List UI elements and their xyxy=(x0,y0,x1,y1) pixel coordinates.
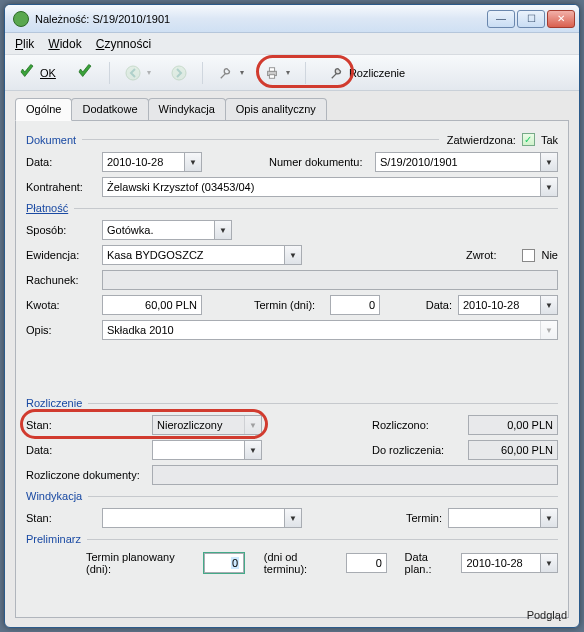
tools-icon xyxy=(218,65,234,81)
zatw-checkbox[interactable]: ✓ xyxy=(522,133,535,146)
platnosc-data-label: Data: xyxy=(426,299,452,311)
wind-stan-field[interactable]: ▼ xyxy=(102,508,302,528)
rozliczono-field: 0,00 PLN xyxy=(468,415,558,435)
section-preliminarz: Preliminarz xyxy=(26,533,558,545)
chevron-down-icon[interactable]: ▼ xyxy=(540,178,557,196)
tab-panel: Dokument Zatwierdzona: ✓ Tak Data: 2010-… xyxy=(15,120,569,618)
dataplan-label: Data plan.: xyxy=(405,551,456,575)
dorozl-field: 60,00 PLN xyxy=(468,440,558,460)
chevron-down-icon[interactable]: ▼ xyxy=(540,296,557,314)
toolbar: OK ▾ ▾ xyxy=(5,55,579,91)
rozliczenie-button[interactable]: Rozliczenie xyxy=(314,60,420,86)
zwrot-label: Zwrot: xyxy=(466,249,497,261)
close-button[interactable]: ✕ xyxy=(547,10,575,28)
chevron-down-icon[interactable]: ▼ xyxy=(540,509,557,527)
printer-icon xyxy=(264,65,280,81)
window-title: Należność: S/19/2010/1901 xyxy=(35,13,487,25)
chevron-down-icon[interactable]: ▼ xyxy=(284,246,301,264)
data-field[interactable]: 2010-10-28▼ xyxy=(102,152,202,172)
section-rozliczenie: Rozliczenie xyxy=(26,397,558,409)
rozl-data-label: Data: xyxy=(26,444,146,456)
tab-dodatkowe[interactable]: Dodatkowe xyxy=(71,98,148,121)
rachunek-field xyxy=(102,270,558,290)
numdok-label: Numer dokumentu: xyxy=(269,156,369,168)
dniod-field[interactable]: 0 xyxy=(346,553,387,573)
chevron-down-icon[interactable]: ▼ xyxy=(214,221,231,239)
chevron-down-icon[interactable]: ▼ xyxy=(244,441,261,459)
sposob-label: Sposób: xyxy=(26,224,96,236)
zatw-label: Zatwierdzona: xyxy=(447,134,516,146)
zwrot-checkbox[interactable]: ✓ xyxy=(522,249,535,262)
sposob-field[interactable]: Gotówka.▼ xyxy=(102,220,232,240)
svg-point-1 xyxy=(172,66,186,80)
chevron-down-icon[interactable]: ▼ xyxy=(540,554,557,572)
kontrahent-label: Kontrahent: xyxy=(26,181,96,193)
stan-label: Stan: xyxy=(26,419,146,431)
zatw-tak: Tak xyxy=(541,134,558,146)
opis-label: Opis: xyxy=(26,324,96,336)
tab-windykacja[interactable]: Windykacja xyxy=(148,98,226,121)
termin-label: Termin (dni): xyxy=(254,299,324,311)
wind-termin-field[interactable]: ▼ xyxy=(448,508,558,528)
chevron-down-icon: ▼ xyxy=(244,416,261,434)
rachunek-label: Rachunek: xyxy=(26,274,96,286)
menu-czynnosci[interactable]: Czynności xyxy=(96,37,151,51)
window: Należność: S/19/2010/1901 — ☐ ✕ Plik Wid… xyxy=(4,4,580,628)
terminplan-label: Termin planowany (dni): xyxy=(86,551,198,575)
terminplan-field[interactable]: 0 xyxy=(204,553,245,573)
kwota-label: Kwota: xyxy=(26,299,96,311)
rozldok-field xyxy=(152,465,558,485)
nav-back[interactable]: ▾ xyxy=(118,61,158,85)
tab-ogolne[interactable]: Ogólne xyxy=(15,98,72,121)
svg-rect-3 xyxy=(269,67,274,71)
ewid-field[interactable]: Kasa BYDGOSZCZ▼ xyxy=(102,245,302,265)
tabs: Ogólne Dodatkowe Windykacja Opis anality… xyxy=(15,97,569,120)
rozliczenie-label: Rozliczenie xyxy=(349,67,405,79)
chevron-down-icon[interactable]: ▼ xyxy=(284,509,301,527)
kwota-field[interactable]: 60,00 PLN xyxy=(102,295,202,315)
termin-field[interactable]: 0 xyxy=(330,295,380,315)
maximize-button[interactable]: ☐ xyxy=(517,10,545,28)
svg-point-0 xyxy=(126,66,140,80)
chevron-down-icon[interactable]: ▼ xyxy=(540,153,557,171)
arrow-right-icon xyxy=(171,65,187,81)
menu-widok[interactable]: Widok xyxy=(48,37,81,51)
apply-button[interactable] xyxy=(69,59,101,87)
section-platnosc: Płatność xyxy=(26,202,558,214)
data-label: Data: xyxy=(26,156,96,168)
footer-status: Podgląd xyxy=(527,609,567,621)
dataplan-field[interactable]: 2010-10-28▼ xyxy=(461,553,558,573)
rozliczono-label: Rozliczono: xyxy=(372,419,462,431)
print-dropdown[interactable]: ▾ xyxy=(257,61,297,85)
titlebar[interactable]: Należność: S/19/2010/1901 — ☐ ✕ xyxy=(5,5,579,33)
check-icon xyxy=(18,63,36,83)
dniod-label: (dni od terminu): xyxy=(264,551,341,575)
menubar: Plik Widok Czynności xyxy=(5,33,579,55)
opis-field[interactable]: Składka 2010▼ xyxy=(102,320,558,340)
tools-dropdown[interactable]: ▾ xyxy=(211,61,251,85)
ok-label: OK xyxy=(40,67,56,79)
wind-termin-label: Termin: xyxy=(406,512,442,524)
app-icon xyxy=(13,11,29,27)
platnosc-data-field[interactable]: 2010-10-28▼ xyxy=(458,295,558,315)
section-dokument: Dokument Zatwierdzona: ✓ Tak xyxy=(26,133,558,146)
wrench-icon xyxy=(329,65,345,81)
rozldok-label: Rozliczone dokumenty: xyxy=(26,469,146,481)
check-icon xyxy=(76,63,94,83)
kontrahent-field[interactable]: Żelawski Krzysztof (03453/04)▼ xyxy=(102,177,558,197)
ok-button[interactable]: OK xyxy=(11,59,63,87)
ewid-label: Ewidencja: xyxy=(26,249,96,261)
chevron-down-icon[interactable]: ▼ xyxy=(540,321,557,339)
arrow-left-icon xyxy=(125,65,141,81)
minimize-button[interactable]: — xyxy=(487,10,515,28)
nav-forward[interactable] xyxy=(164,61,194,85)
rozl-data-field[interactable]: ▼ xyxy=(152,440,262,460)
section-windykacja: Windykacja xyxy=(26,490,558,502)
wind-stan-label: Stan: xyxy=(26,512,96,524)
stan-field: Nierozliczony▼ xyxy=(152,415,262,435)
numdok-field[interactable]: S/19/2010/1901▼ xyxy=(375,152,558,172)
tab-opis[interactable]: Opis analityczny xyxy=(225,98,327,121)
menu-plik[interactable]: Plik xyxy=(15,37,34,51)
chevron-down-icon[interactable]: ▼ xyxy=(184,153,201,171)
svg-rect-4 xyxy=(269,74,274,78)
